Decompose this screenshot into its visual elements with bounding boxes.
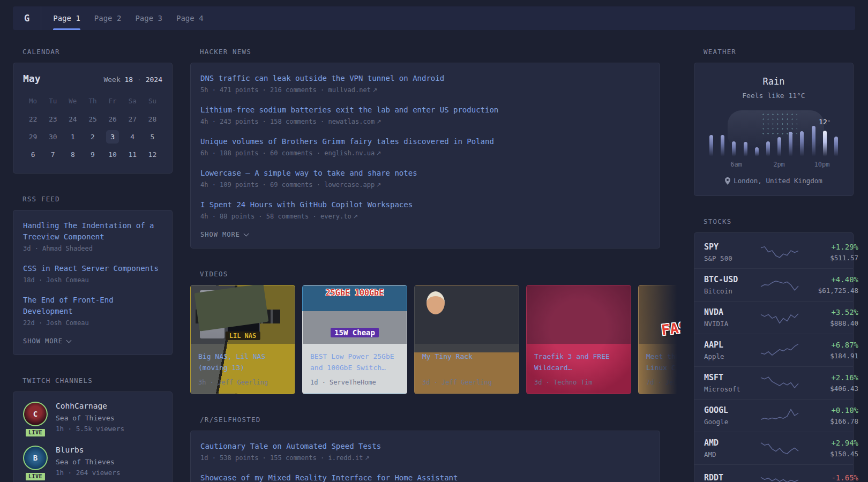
video-meta: 7d · Jeff Geerling (646, 379, 680, 386)
rss-item-title[interactable]: CSS in React Server Components (23, 263, 162, 274)
calendar-date: 25 (83, 110, 102, 128)
feed-item-meta: 4h · 88 points · 58 comments · every.to (200, 213, 650, 220)
nav-tab[interactable]: Page 3 (135, 6, 162, 30)
stock-row[interactable]: AAPL Apple +6.87% $184.91 (694, 334, 853, 366)
feed-item-stats: 4h · 88 points · 58 comments · (200, 213, 320, 220)
chevron-down-icon (66, 338, 72, 343)
feed-item-title[interactable]: Cautionary Tale on Automated Speed Tests (200, 441, 650, 452)
stock-row[interactable]: MSFT Microsoft +2.16% $406.43 (694, 366, 853, 399)
reddit-card: Cautionary Tale on Automated Speed Tests… (190, 431, 660, 482)
stock-row[interactable]: BTC-USD Bitcoin +4.40% $61,725.48 (694, 268, 853, 301)
calendar-top-row: May Week 18 · 2024 (23, 73, 162, 84)
feed-item-domain[interactable]: mullvad.net (328, 86, 370, 94)
hackernews-show-more-button[interactable]: SHOW MORE (200, 231, 650, 238)
rss-show-more-button[interactable]: SHOW MORE (23, 337, 162, 345)
stock-price: $61,725.48 (799, 287, 858, 295)
calendar-date: 5 (143, 128, 162, 146)
stock-name: S&P 500 (704, 254, 760, 262)
calendar-date: 26 (103, 110, 123, 128)
feed-item-domain[interactable]: newatlas.com (328, 118, 375, 125)
video-card[interactable]: 25GbE 100GbE 15W Cheap BEST Low Power 25… (302, 285, 407, 394)
external-link-icon (375, 181, 381, 189)
video-card[interactable]: FAST Meet the new king of Linux Clusters… (638, 285, 680, 394)
thumbnail-text-top: 25GbE 100GbE (326, 288, 384, 298)
video-title[interactable]: Traefik 3 and FREE Wildcard… (534, 351, 623, 373)
stock-name: AMD (704, 450, 760, 458)
feed-item-stats: 1d · 538 points · 155 comments · (200, 454, 328, 462)
logo-g[interactable]: G (13, 6, 41, 30)
video-title[interactable]: Meet the new king of Linux Clusters (646, 351, 680, 373)
feed-item-title[interactable]: Lithium-free sodium batteries exit the l… (200, 104, 650, 116)
feed-item: Lowercase – A simple way to take and sha… (200, 168, 650, 189)
twitch-channel-game: Sea of Thieves (56, 458, 120, 466)
video-title[interactable]: BEST Low Power 25GbE and 100GbE Switch… (310, 351, 399, 373)
stock-row[interactable]: AMD AMD +2.94% $150.45 (694, 432, 853, 464)
stock-price: $406.43 (799, 385, 858, 393)
stock-change: +2.94% (799, 439, 858, 447)
video-meta: 3d · Jeff Geerling (422, 379, 511, 386)
feed-item-stats: 5h · 471 points · 216 comments · (200, 86, 328, 94)
twitch-channel-meta: 1h · 5.5k viewers (56, 425, 124, 433)
videos-row: LIL NAS Big NAS, Lil NAS (moving 13) 3h … (190, 285, 680, 394)
calendar-date: 2 (83, 128, 102, 146)
feed-item-domain[interactable]: lowercase.app (324, 181, 375, 189)
video-title[interactable]: My Tiny Rack (422, 351, 511, 373)
stock-row[interactable]: SPY S&P 500 +1.29% $511.57 (694, 236, 853, 268)
video-thumbnail[interactable] (527, 285, 631, 344)
stock-change: +4.40% (799, 275, 858, 284)
weather-hour-bar (766, 110, 770, 156)
weather-hour-bar (732, 110, 736, 156)
feed-item-title[interactable]: Showcase of my Mixed Reality Interface f… (200, 472, 650, 482)
nav-tab[interactable]: Page 2 (94, 6, 122, 30)
stock-row[interactable]: RDDT -1.65% (694, 464, 853, 482)
thumbnail-text-bottom: LIL NAS (226, 332, 260, 340)
stock-values: +1.29% $511.57 (799, 243, 858, 262)
feed-item: Cautionary Tale on Automated Speed Tests… (200, 441, 650, 462)
stock-sparkline (760, 342, 799, 358)
twitch-channel-item: C LIVE CohhCarnage Sea of Thieves 1h · 5… (23, 402, 162, 433)
weather-feels-like: Feels like 11°C (704, 92, 843, 100)
rss-item-title[interactable]: Handling The Indentation of a Treeview C… (23, 220, 162, 243)
hackernews-header: HACKER NEWS (200, 48, 660, 56)
video-thumbnail[interactable]: FAST (639, 285, 680, 344)
stock-row[interactable]: NVDA NVIDIA +3.52% $888.40 (694, 301, 853, 334)
weather-bar (744, 142, 747, 156)
nav-tab[interactable]: Page 1 (53, 6, 80, 30)
video-card[interactable]: Traefik 3 and FREE Wildcard… 3d · Techno… (526, 285, 631, 394)
weather-bar (812, 126, 815, 156)
stock-row[interactable]: GOOGL Google +0.10% $166.78 (694, 399, 853, 432)
stock-values: +2.94% $150.45 (799, 439, 858, 458)
rss-item-title[interactable]: The End of Front-End Development (23, 295, 162, 317)
feed-item-domain[interactable]: i.redd.it (328, 454, 363, 462)
twitch-channel-name[interactable]: Blurbs (56, 446, 120, 454)
calendar-widget: CALENDAR May Week 18 · 2024 Mo Tu We Th … (13, 48, 173, 174)
feed-item-domain[interactable]: every.to (320, 213, 351, 220)
video-thumbnail[interactable]: 25GbE 100GbE 15W Cheap (303, 285, 407, 344)
nav-tab[interactable]: Page 4 (176, 6, 204, 30)
calendar-date: 23 (43, 110, 63, 128)
weather-current-temp: 12° (819, 118, 830, 126)
stock-sparkline (760, 471, 799, 482)
stock-id: RDDT (704, 473, 760, 482)
feed-item-title[interactable]: Lowercase – A simple way to take and sha… (200, 168, 650, 179)
feed-item-title[interactable]: Unique volumes of Brothers Grimm fairy t… (200, 136, 650, 147)
feed-item-domain[interactable]: english.nv.ua (324, 149, 375, 157)
thumbnail-text-bottom: 15W Cheap (331, 328, 379, 337)
video-title[interactable]: Big NAS, Lil NAS (moving 13) (198, 351, 287, 373)
rss-item-meta: 22d · Josh Comeau (23, 319, 162, 327)
calendar-date: 30 (43, 128, 63, 146)
content-columns: CALENDAR May Week 18 · 2024 Mo Tu We Th … (0, 48, 868, 482)
calendar-date: 4 (123, 128, 143, 146)
weather-hour-bar (721, 110, 724, 156)
feed-item-title[interactable]: I Spent 24 Hours with GitHub Copilot Wor… (200, 199, 650, 210)
chevron-down-icon (244, 231, 249, 237)
stock-id: AMD AMD (704, 438, 760, 458)
twitch-channel-name[interactable]: CohhCarnage (56, 402, 124, 410)
external-link-icon (351, 213, 358, 220)
stock-change: +2.16% (799, 373, 858, 382)
feed-item-title[interactable]: DNS traffic can leak outside the VPN tun… (200, 73, 650, 84)
calendar-grid: Mo Tu We Th Fr Sa Su 22 23 24 25 26 27 2… (23, 93, 162, 163)
videos-widget: VIDEOS LIL NAS Big NAS, Lil NAS (moving … (190, 270, 660, 394)
weather-hour-bar (789, 110, 792, 156)
weather-axis-label: 6am (730, 161, 742, 168)
